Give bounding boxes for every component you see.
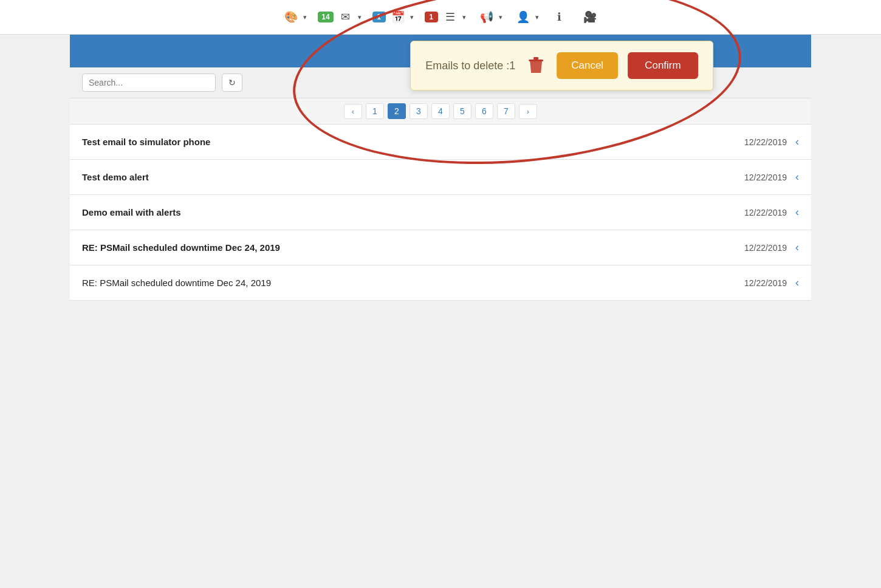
prev-page-button[interactable]: ‹ <box>344 104 362 119</box>
email-date: 12/22/2019 <box>732 208 787 217</box>
nav-video-group[interactable]: 🎥 <box>580 7 600 27</box>
list-icon: ☰ <box>440 7 460 27</box>
table-row: Test demo alert 12/22/2019 ‹ <box>70 160 811 195</box>
email-chevron-icon[interactable]: ‹ <box>795 171 799 183</box>
email-date: 12/22/2019 <box>732 278 787 288</box>
nav-user-group[interactable]: 👤 ▾ <box>513 7 539 27</box>
page-7-button[interactable]: 7 <box>497 103 515 119</box>
email-date: 12/22/2019 <box>732 243 787 253</box>
table-row: Test email to simulator phone 12/22/2019… <box>70 125 811 160</box>
confirm-button[interactable]: Confirm <box>628 52 698 79</box>
email-subject: Demo email with alerts <box>82 207 732 217</box>
video-icon: 🎥 <box>580 7 600 27</box>
nav-info-group[interactable]: ℹ <box>550 7 569 27</box>
confirm-dialog: Emails to delete :1 Cancel Confirm <box>410 41 713 91</box>
mail-icon: ✉ <box>336 7 355 27</box>
email-chevron-icon[interactable]: ‹ <box>795 241 799 254</box>
calendar-icon: 📅 <box>388 7 408 27</box>
email-subject: RE: PSMail scheduled downtime Dec 24, 20… <box>82 242 732 253</box>
confirm-dialog-text: Emails to delete :1 <box>425 60 515 72</box>
mail-badge: 14 <box>318 12 333 22</box>
blue-header-bar: Emails to delete :1 Cancel Confirm <box>70 35 811 67</box>
calendar-chevron: ▾ <box>410 13 414 21</box>
info-icon: ℹ <box>550 7 569 27</box>
calendar-badge: 1 <box>372 12 386 22</box>
cancel-button[interactable]: Cancel <box>557 52 618 79</box>
search-input[interactable] <box>82 74 216 92</box>
mail-chevron: ▾ <box>358 13 362 21</box>
pagination-bar: ‹ 1 2 3 4 5 6 7 › <box>70 98 811 125</box>
delete-icon <box>525 55 547 77</box>
svg-rect-0 <box>529 60 543 61</box>
nav-palette-group[interactable]: 🎨 ▾ <box>281 7 307 27</box>
megaphone-icon: 📢 <box>477 7 496 27</box>
palette-icon: 🎨 <box>281 7 301 27</box>
refresh-button[interactable]: ↻ <box>222 74 242 92</box>
top-nav: 🎨 ▾ 14 ✉ ▾ 1 📅 ▾ 1 ☰ ▾ 📢 ▾ 👤 ▾ ℹ 🎥 <box>0 0 881 35</box>
email-chevron-icon[interactable]: ‹ <box>795 206 799 219</box>
nav-list-group[interactable]: 1 ☰ ▾ <box>425 7 466 27</box>
page-5-button[interactable]: 5 <box>453 103 471 119</box>
email-subject: Test demo alert <box>82 172 732 182</box>
email-subject: Test email to simulator phone <box>82 137 732 147</box>
user-chevron: ▾ <box>535 13 539 21</box>
email-list: Test email to simulator phone 12/22/2019… <box>70 125 811 301</box>
page-6-button[interactable]: 6 <box>475 103 493 119</box>
svg-rect-1 <box>533 57 538 60</box>
palette-chevron: ▾ <box>303 13 307 21</box>
megaphone-chevron: ▾ <box>499 13 502 21</box>
user-icon: 👤 <box>513 7 533 27</box>
email-chevron-icon[interactable]: ‹ <box>795 135 799 148</box>
email-chevron-icon[interactable]: ‹ <box>795 276 799 289</box>
email-subject: RE: PSMail scheduled downtime Dec 24, 20… <box>82 278 732 288</box>
email-date: 12/22/2019 <box>732 137 787 147</box>
table-row: Demo email with alerts 12/22/2019 ‹ <box>70 195 811 230</box>
email-date: 12/22/2019 <box>732 173 787 182</box>
list-badge: 1 <box>425 12 438 22</box>
nav-megaphone-group[interactable]: 📢 ▾ <box>477 7 502 27</box>
nav-mail-group[interactable]: 14 ✉ ▾ <box>318 7 361 27</box>
content-wrapper: Emails to delete :1 Cancel Confirm ↻ ‹ 1… <box>70 35 811 301</box>
page-3-button[interactable]: 3 <box>410 103 428 119</box>
page-2-button[interactable]: 2 <box>388 103 406 119</box>
page-1-button[interactable]: 1 <box>366 103 384 119</box>
list-chevron: ▾ <box>462 13 466 21</box>
next-page-button[interactable]: › <box>519 104 537 119</box>
table-row: RE: PSMail scheduled downtime Dec 24, 20… <box>70 230 811 265</box>
page-4-button[interactable]: 4 <box>431 103 450 119</box>
table-row: RE: PSMail scheduled downtime Dec 24, 20… <box>70 265 811 301</box>
nav-calendar-group[interactable]: 1 📅 ▾ <box>372 7 414 27</box>
